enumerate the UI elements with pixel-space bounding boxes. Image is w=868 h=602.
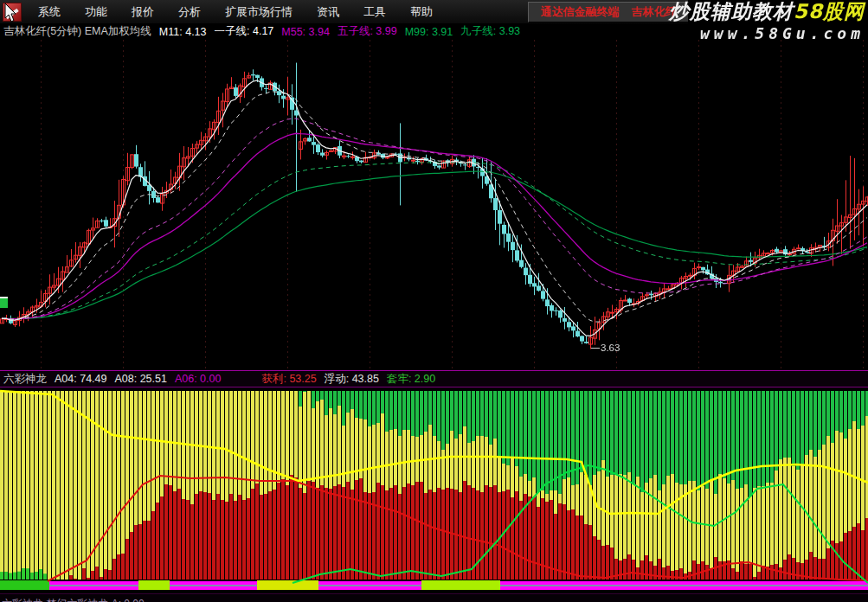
menu-quote[interactable]: 报价: [119, 4, 166, 20]
cutoff-text: 六彩神龙 梦幻六彩神龙 A: 0.00: [2, 598, 145, 602]
ind-value-taolao: 套牢: 2.90: [387, 372, 435, 387]
header-title: 吉林化纤(5分钟) EMA加权均线: [3, 24, 151, 39]
watermark-text: 炒股辅助教材: [669, 0, 794, 22]
cutoff-indicator-row: 六彩神龙 梦幻六彩神龙 A: 0.00: [0, 593, 868, 602]
ma-value-m99: M99: 3.91: [405, 26, 453, 38]
main-price-chart[interactable]: [0, 40, 868, 370]
ind-value-a06: A06: 0.00: [175, 373, 222, 385]
ind-value-huoli: 获利: 53.25: [261, 372, 316, 387]
menu-bar: 系统功能报价分析扩展市场行情资讯工具帮助 通达信金融终端 吉林化纤: [0, 0, 688, 24]
ma-value-m55: M55: 3.94: [281, 26, 330, 38]
ma-value-wuzixian: 五子线: 3.99: [338, 24, 397, 39]
menu-items: 系统功能报价分析扩展市场行情资讯工具帮助: [26, 0, 445, 23]
watermark-line1: 炒股辅助教材58股网: [669, 0, 865, 22]
mouse-cursor-icon: [4, 3, 18, 24]
menu-function[interactable]: 功能: [73, 4, 119, 20]
ind-value-fudong: 浮动: 43.85: [325, 372, 379, 387]
menu-tools[interactable]: 工具: [351, 4, 398, 20]
indicator-header: 六彩神龙A04: 74.49A08: 25.51A06: 0.00获利: 53.…: [0, 370, 868, 387]
header-title: 六彩神龙: [3, 372, 47, 387]
ind-value-a08: A08: 25.51: [114, 373, 166, 385]
tdx-window: 系统功能报价分析扩展市场行情资讯工具帮助 通达信金融终端 吉林化纤 吉林化纤(5…: [0, 0, 868, 602]
menu-news[interactable]: 资讯: [305, 4, 351, 20]
indicator-chart[interactable]: [0, 387, 868, 593]
terminal-title-panel: 通达信金融终端 吉林化纤: [528, 2, 689, 22]
menu-analysis[interactable]: 分析: [166, 4, 213, 20]
watermark-site: 58股网: [794, 0, 865, 22]
ind-value-a04: A04: 74.49: [55, 373, 106, 385]
watermark: 炒股辅助教材58股网 www.58Gu.com: [669, 0, 865, 45]
menu-help[interactable]: 帮助: [398, 4, 445, 20]
ma-value-jiuzixian: 九子线: 3.93: [460, 24, 520, 39]
left-edge-marker-icon: [0, 297, 8, 308]
terminal-name: 通达信金融终端: [541, 4, 620, 20]
menu-system[interactable]: 系统: [26, 4, 73, 20]
ma-value-m11: M11: 4.13: [159, 26, 207, 38]
watermark-url: www.58Gu.com: [669, 22, 865, 45]
price-low-label: 3.63: [591, 343, 620, 353]
menu-extended-market[interactable]: 扩展市场行情: [213, 4, 305, 20]
ma-value-yizixian: 一子线: 4.17: [215, 24, 274, 39]
